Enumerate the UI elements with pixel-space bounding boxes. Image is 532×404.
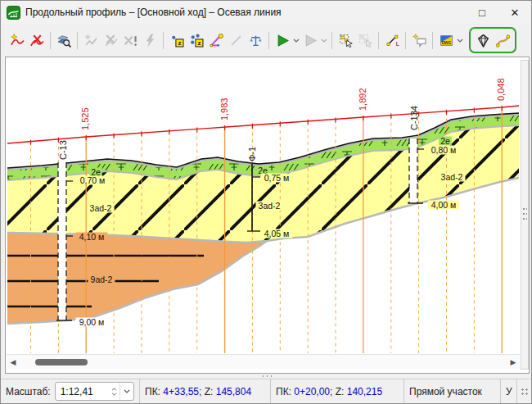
- extra-panel: У: [501, 379, 517, 403]
- measure-angle-icon: [210, 34, 223, 48]
- profile-canvas[interactable]: 1,5251,9831,8920,048С-13Ф-1С-1342е0,70 м…: [5, 57, 530, 374]
- close-button[interactable]: ✕: [498, 1, 531, 24]
- app-icon: [7, 6, 20, 20]
- spin-up-icon: [111, 388, 117, 391]
- cursor-position-panel: ПК: 4+33,55; Z: 145,804: [140, 379, 271, 403]
- gem-button[interactable]: [473, 30, 493, 50]
- scales-button[interactable]: [246, 30, 265, 50]
- run-alt-dropdown[interactable]: [320, 30, 328, 50]
- vertical-scrollbar-grip[interactable]: [522, 207, 527, 221]
- profile-create-button[interactable]: [7, 30, 27, 50]
- svg-text:9,00 м: 9,00 м: [79, 317, 105, 327]
- svg-text:9ad-2: 9ad-2: [91, 275, 113, 284]
- run-alt-button[interactable]: [300, 30, 320, 50]
- maximize-button[interactable]: □: [466, 1, 498, 24]
- svg-text:3ad-2: 3ad-2: [441, 172, 463, 182]
- cursor-pk-value: 4+33,55: [163, 386, 199, 397]
- splitter-grip[interactable]: [261, 374, 273, 378]
- pick-pk-label: ПК:: [276, 386, 291, 397]
- svg-text:0,80 м: 0,80 м: [431, 145, 457, 155]
- measure-line-icon: L: [385, 34, 399, 48]
- scale-value: 1:12,41: [56, 386, 108, 397]
- segment-type: Прямой участок: [409, 386, 482, 397]
- toolbar-separator: [268, 32, 269, 49]
- select-group-button[interactable]: [336, 30, 355, 50]
- select-group-alt-icon: [358, 34, 372, 48]
- chevron-down-icon: [457, 39, 463, 43]
- scale-panel: Масштаб: 1:12,41: [1, 379, 140, 403]
- segment-button[interactable]: [226, 30, 246, 50]
- segment-type-panel: Прямой участок: [404, 379, 501, 403]
- export-dwg-dropdown[interactable]: [456, 30, 464, 50]
- spline-icon: [496, 34, 510, 48]
- svg-text:3ad-2: 3ad-2: [259, 201, 281, 211]
- svg-text:3ad-2: 3ad-2: [90, 203, 112, 213]
- spline-button[interactable]: [493, 30, 512, 50]
- measure-line-button[interactable]: L: [382, 30, 402, 50]
- export-dwg-icon: DWG: [440, 34, 453, 48]
- point-z-button[interactable]: z: [167, 30, 187, 50]
- spin-down-icon: [111, 393, 117, 396]
- svg-text:z: z: [178, 39, 181, 47]
- svg-text:1,892: 1,892: [358, 88, 367, 111]
- size-grip[interactable]: [521, 388, 529, 396]
- status-bar: Масштаб: 1:12,41 ПК: 4+33,55; Z: 145,804…: [1, 379, 531, 403]
- title-bar: Продольный профиль – [Основной ход] – Ос…: [1, 1, 531, 24]
- toolbar-separator: [163, 32, 164, 49]
- flash-button[interactable]: [140, 30, 160, 50]
- pick-z-value: 140,215: [347, 386, 382, 397]
- profile-delete-button[interactable]: [27, 30, 47, 50]
- polyline-delete-button[interactable]: [101, 30, 120, 50]
- run-dropdown[interactable]: [292, 30, 300, 50]
- points-z-button[interactable]: z: [187, 30, 206, 50]
- toolbar-separator: [378, 32, 379, 49]
- svg-text:0,75 м: 0,75 м: [264, 173, 290, 183]
- svg-text:4,05 м: 4,05 м: [264, 229, 290, 238]
- svg-text:4,00 м: 4,00 м: [431, 200, 457, 210]
- svg-text:z: z: [197, 39, 201, 47]
- points-z-icon: z: [190, 34, 204, 48]
- select-group-alt-button[interactable]: [355, 30, 375, 50]
- run-button[interactable]: [273, 30, 292, 50]
- profile-delete-icon: [30, 34, 44, 48]
- polyline-create-icon: [84, 34, 98, 48]
- svg-text:1,983: 1,983: [219, 98, 229, 121]
- layers-search-button[interactable]: [54, 30, 74, 50]
- flash-icon: [143, 34, 157, 48]
- chevron-down-icon: [293, 39, 300, 43]
- svg-text:L: L: [395, 41, 399, 47]
- chevron-down-icon: [321, 39, 327, 43]
- callout-create-button[interactable]: [409, 30, 429, 50]
- callout-create-icon: [413, 34, 426, 48]
- svg-text:С-134: С-134: [409, 106, 419, 130]
- polyline-create-button[interactable]: [81, 30, 101, 50]
- horizontal-scrollbar[interactable]: ◀ ▶: [7, 354, 520, 369]
- measure-angle-button[interactable]: [206, 30, 226, 50]
- scale-combo[interactable]: 1:12,41: [55, 382, 134, 401]
- horizontal-scrollbar-thumb[interactable]: [35, 359, 88, 365]
- export-dwg-button[interactable]: DWG: [436, 30, 456, 50]
- chevron-down-icon: [124, 389, 130, 393]
- pick-position-panel: ПК: 0+20,00; Z: 140,215: [271, 379, 404, 403]
- svg-text:DWG: DWG: [441, 41, 451, 45]
- segment-icon: [229, 34, 243, 48]
- app-window: Продольный профиль – [Основной ход] – Ос…: [0, 0, 532, 404]
- toolbar-separator: [432, 32, 433, 49]
- delete-warning-button[interactable]: [120, 30, 140, 50]
- scroll-right-icon[interactable]: ▶: [507, 355, 520, 369]
- svg-text:0,70 м: 0,70 м: [80, 175, 106, 185]
- scale-spinner[interactable]: [108, 383, 119, 400]
- run-icon: [276, 34, 290, 48]
- window-title: Продольный профиль – [Основной ход] – Ос…: [25, 7, 282, 18]
- vertical-scrollbar[interactable]: [521, 60, 529, 370]
- cursor-z-label: ; Z:: [199, 386, 213, 397]
- run-alt-icon: [304, 34, 318, 48]
- scale-dropdown[interactable]: [119, 383, 133, 400]
- profile-drawing: 1,5251,9831,8920,048С-13Ф-1С-1342е0,70 м…: [7, 60, 519, 356]
- toolbar: z z: [1, 24, 531, 57]
- svg-text:Ф-1: Ф-1: [247, 147, 257, 161]
- svg-text:4,10 м: 4,10 м: [79, 232, 105, 242]
- scroll-left-icon[interactable]: ◀: [7, 355, 20, 369]
- scales-icon: [249, 34, 263, 48]
- svg-text:0,048: 0,048: [496, 78, 506, 101]
